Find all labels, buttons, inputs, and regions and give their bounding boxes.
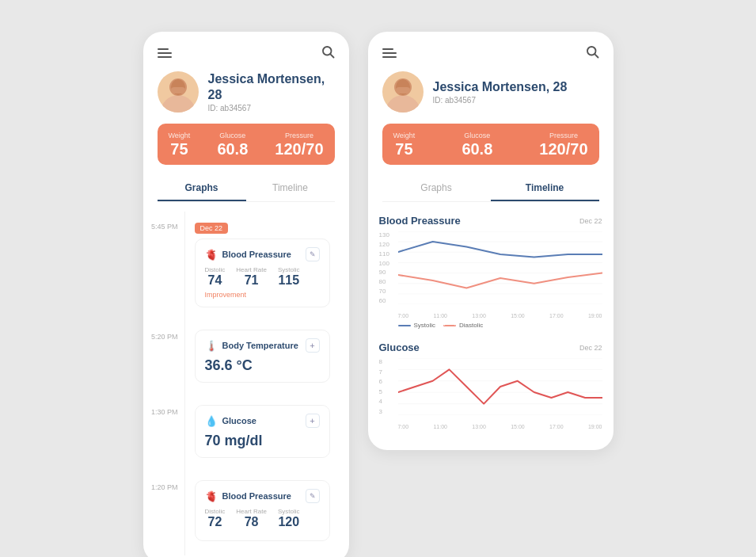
date-badge: Dec 22 bbox=[195, 223, 229, 234]
bp-icon-2: 🫀 bbox=[205, 490, 218, 502]
glucose-stat-right: Glucose 60.8 bbox=[462, 132, 492, 157]
add-btn-2[interactable]: + bbox=[306, 338, 320, 353]
diastolic-legend-line bbox=[443, 325, 456, 326]
svg-line-7 bbox=[595, 54, 598, 57]
left-profile-section: Jessica Mortensen, 28 ID: ab34567 bbox=[143, 71, 349, 124]
graphs-panel: Blood Preassure Dec 22 60708090100110120… bbox=[368, 212, 614, 450]
pressure-stat: Pressure 120/70 bbox=[275, 132, 323, 157]
glucose-card: 💧 Glucose + 70 mg/dl bbox=[195, 405, 330, 458]
systolic-2: Systolic 120 bbox=[278, 508, 300, 529]
svg-line-1 bbox=[330, 54, 333, 57]
temp-card: 🌡️ Body Temperature + 36.6 °C bbox=[195, 330, 330, 383]
time-120: 1:20 PM bbox=[143, 472, 184, 555]
diastolic-legend: Diastolic bbox=[443, 322, 483, 329]
bp-graph-title: Blood Preassure bbox=[379, 215, 461, 227]
bp-metrics-1: Distolic 74 Heart Rate 71 Systolic 115 bbox=[205, 266, 320, 288]
glucose-graph-section: Glucose Dec 22 345678 bbox=[379, 341, 602, 429]
svg-point-8 bbox=[386, 95, 420, 113]
glucose-graph-header: Glucose Dec 22 bbox=[379, 341, 602, 353]
improvement-tag: Improvement bbox=[205, 291, 320, 299]
bp-card-1: 🫀 Blood Preassure ✎ Distolic 74 Hea bbox=[195, 238, 330, 307]
glucose-stat: Glucose 60.8 bbox=[217, 132, 248, 157]
stats-bar: Weight 75 Glucose 60.8 Pressure 120/70 bbox=[158, 124, 335, 165]
entry-content-1: Dec 22 🫀 Blood Preassure ✎ Distolic bbox=[184, 212, 340, 322]
avatar bbox=[158, 71, 199, 113]
glucose-chart-container: 345678 bbox=[379, 358, 602, 429]
heartrate-2: Heart Rate 78 bbox=[236, 508, 267, 529]
temp-value: 36.6 °C bbox=[205, 357, 320, 374]
timeline-entry-3: 1:30 PM 💧 Glucose + 70 mg/dl bbox=[143, 397, 349, 472]
glucose-y-labels: 345678 bbox=[379, 358, 395, 415]
glucose-chart-area bbox=[398, 358, 602, 415]
timeline-content: 5:45 PM Dec 22 🫀 Blood Preassure ✎ bbox=[143, 212, 349, 557]
bp-chart-container: 60708090100110120130 bbox=[379, 231, 602, 319]
time-130: 1:30 PM bbox=[143, 397, 184, 472]
bp-x-labels: 7:0011:0013:0015:0017:0019:00 bbox=[398, 313, 602, 319]
bp-icon: 🫀 bbox=[205, 249, 218, 261]
edit-btn-1[interactable]: ✎ bbox=[306, 247, 320, 261]
bp-card-title-1: 🫀 Blood Preassure bbox=[205, 249, 291, 261]
time-545: 5:45 PM bbox=[143, 212, 184, 322]
pressure-stat-right: Pressure 120/70 bbox=[539, 132, 587, 157]
left-tabs: Graphs Timeline bbox=[158, 176, 335, 202]
svg-rect-5 bbox=[171, 87, 185, 93]
glucose-x-labels: 7:0011:0013:0015:0017:0019:00 bbox=[398, 424, 602, 429]
diastolic-2: Distolic 72 bbox=[205, 508, 226, 529]
bp-graph-header: Blood Preassure Dec 22 bbox=[379, 215, 602, 227]
right-profile-section: Jessica Mortensen, 28 ID: ab34567 bbox=[368, 71, 614, 124]
entry-content-2: 🌡️ Body Temperature + 36.6 °C bbox=[184, 322, 340, 397]
tab-graphs-left[interactable]: Graphs bbox=[158, 176, 246, 201]
glucose-value: 70 mg/dl bbox=[205, 433, 320, 449]
entry-content-4: 🫀 Blood Preassure ✎ Distolic 72 Hea bbox=[184, 472, 340, 555]
left-header bbox=[143, 32, 349, 71]
tab-timeline-left[interactable]: Timeline bbox=[246, 176, 335, 201]
menu-icon-right[interactable] bbox=[382, 48, 397, 58]
screen-container: Jessica Mortensen, 28 ID: ab34567 Weight… bbox=[112, 0, 645, 557]
bp-graph-date: Dec 22 bbox=[579, 217, 602, 225]
menu-icon[interactable] bbox=[158, 48, 172, 58]
glucose-graph-title: Glucose bbox=[379, 341, 420, 353]
right-tabs: Graphs Timeline bbox=[382, 176, 599, 202]
timeline-entry-1: 5:45 PM Dec 22 🫀 Blood Preassure ✎ bbox=[143, 212, 349, 322]
bp-chart-area bbox=[398, 231, 602, 304]
glucose-card-title: 💧 Glucose bbox=[205, 415, 256, 427]
diastolic-1: Distolic 74 bbox=[205, 266, 226, 288]
systolic-1: Systolic 115 bbox=[278, 266, 300, 288]
temp-icon: 🌡️ bbox=[205, 340, 218, 352]
patient-id: ID: ab34567 bbox=[208, 104, 335, 113]
left-phone-card: Jessica Mortensen, 28 ID: ab34567 Weight… bbox=[143, 32, 349, 557]
bp-legend: Systolic Diastolic bbox=[379, 322, 602, 329]
glucose-icon: 💧 bbox=[205, 415, 218, 427]
time-520: 5:20 PM bbox=[143, 322, 184, 397]
systolic-legend: Systolic bbox=[398, 322, 436, 329]
bp-y-labels: 60708090100110120130 bbox=[379, 231, 395, 304]
entry-content-3: 💧 Glucose + 70 mg/dl bbox=[184, 397, 340, 472]
search-icon-right[interactable] bbox=[585, 44, 599, 62]
add-btn-3[interactable]: + bbox=[306, 414, 320, 428]
systolic-legend-line bbox=[398, 325, 411, 326]
profile-info-right: Jessica Mortensen, 28 ID: ab34567 bbox=[433, 79, 568, 105]
temp-card-title: 🌡️ Body Temperature bbox=[205, 340, 298, 352]
heartrate-1: Heart Rate 71 bbox=[236, 266, 267, 288]
bp-card-2: 🫀 Blood Preassure ✎ Distolic 72 Hea bbox=[195, 480, 330, 541]
tab-graphs-right[interactable]: Graphs bbox=[382, 176, 491, 201]
right-header bbox=[368, 32, 614, 71]
tab-timeline-right[interactable]: Timeline bbox=[491, 176, 599, 201]
glucose-graph-date: Dec 22 bbox=[579, 344, 602, 352]
bp-metrics-2: Distolic 72 Heart Rate 78 Systolic 120 bbox=[205, 508, 320, 529]
right-phone-card: Jessica Mortensen, 28 ID: ab34567 Weight… bbox=[368, 32, 614, 450]
bp-card-title-2: 🫀 Blood Preassure bbox=[205, 490, 291, 502]
svg-rect-11 bbox=[396, 87, 410, 93]
stats-bar-right: Weight 75 Glucose 60.8 Pressure 120/70 bbox=[382, 124, 599, 165]
search-icon[interactable] bbox=[321, 44, 335, 62]
avatar-right bbox=[382, 71, 424, 113]
patient-name-right: Jessica Mortensen, 28 bbox=[433, 79, 568, 94]
svg-point-2 bbox=[161, 95, 196, 113]
edit-btn-4[interactable]: ✎ bbox=[306, 489, 320, 503]
patient-id-right: ID: ab34567 bbox=[433, 96, 568, 105]
weight-stat-right: Weight 75 bbox=[393, 132, 416, 157]
weight-stat: Weight 75 bbox=[169, 132, 191, 157]
profile-info: Jessica Mortensen, 28 ID: ab34567 bbox=[208, 71, 335, 112]
timeline-entry-2: 5:20 PM 🌡️ Body Temperature + 36.6 °C bbox=[143, 322, 349, 397]
timeline-entry-4: 1:20 PM 🫀 Blood Preassure ✎ Disto bbox=[143, 472, 349, 555]
